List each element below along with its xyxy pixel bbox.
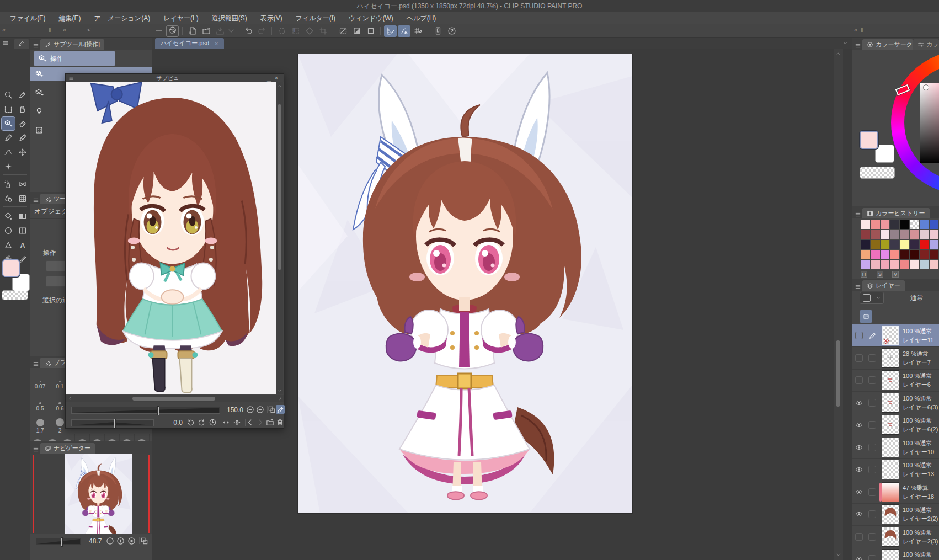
value-slider-label[interactable]: V	[892, 271, 899, 278]
history-swatch-37[interactable]	[910, 260, 920, 270]
layer-thumbnail[interactable]	[882, 370, 899, 390]
layer-thumbnail[interactable]	[882, 460, 899, 479]
history-swatch-14[interactable]	[920, 230, 930, 239]
subtool-group-operation[interactable]: 操作	[34, 51, 115, 66]
reselect-button[interactable]	[289, 25, 302, 37]
curve-tool[interactable]	[2, 146, 15, 159]
history-swatch-20[interactable]	[900, 239, 910, 249]
blend-tool[interactable]	[2, 192, 15, 205]
menu-item-3[interactable]: レイヤー(L)	[157, 13, 205, 24]
navigator-menu-icon[interactable]	[33, 446, 39, 453]
delete-image-icon[interactable]	[275, 418, 284, 426]
minimize-icon[interactable]: ▁	[267, 75, 275, 81]
history-swatch-3[interactable]	[890, 220, 900, 230]
history-swatch-13[interactable]	[910, 230, 920, 239]
foreground-color-swatch-2[interactable]	[860, 131, 878, 149]
history-swatch-27[interactable]	[890, 250, 900, 260]
color-history-menu-icon[interactable]	[855, 211, 861, 218]
color-wheel-area[interactable]	[852, 50, 939, 206]
open-file-button[interactable]	[200, 25, 212, 37]
history-swatch-2[interactable]	[881, 220, 890, 230]
scroll-down-icon[interactable]	[835, 552, 841, 558]
frame-tool[interactable]	[16, 224, 29, 237]
eraser-tool[interactable]	[16, 117, 29, 130]
subview-hscrollbar[interactable]	[66, 395, 284, 402]
brush-size-menu-icon[interactable]	[33, 361, 39, 367]
import-image-icon[interactable]	[265, 418, 274, 426]
collapse-left-icon[interactable]: «	[2, 26, 6, 33]
main-menu-button[interactable]	[152, 25, 165, 37]
layer-checkbox[interactable]	[866, 436, 879, 458]
tab-document[interactable]: ハイセイコー.psd ×	[155, 38, 224, 49]
menu-item-8[interactable]: ヘルプ(H)	[400, 13, 443, 24]
history-swatch-17[interactable]	[871, 239, 881, 249]
history-swatch-39[interactable]	[929, 260, 939, 270]
history-swatch-4[interactable]	[900, 220, 910, 230]
layer-panel-menu-icon[interactable]	[855, 284, 861, 290]
subview-zoom-out-icon[interactable]	[246, 405, 254, 414]
layer-checkbox[interactable]	[866, 414, 879, 436]
layer-palette-button[interactable]	[860, 310, 872, 323]
flip-horizontal-icon[interactable]	[221, 418, 230, 426]
subview-zoom-in-icon[interactable]	[255, 405, 264, 414]
layer-checkbox[interactable]	[866, 458, 879, 481]
history-swatch-35[interactable]	[890, 260, 900, 270]
layer-checkbox[interactable]	[866, 347, 879, 369]
history-swatch-28[interactable]	[900, 250, 910, 260]
ellip-tool[interactable]	[2, 224, 15, 237]
menu-item-4[interactable]: 選択範囲(S)	[205, 13, 254, 24]
layer-row-partial-10[interactable]: 100 %通常	[852, 548, 939, 560]
subview-title-bar[interactable]: サブビュー ▁ ×	[66, 74, 284, 82]
tab-color-slider[interactable]: カラ	[913, 39, 939, 50]
help-button[interactable]	[445, 25, 458, 37]
decoration-tool[interactable]	[16, 178, 29, 191]
fill-tool[interactable]	[2, 210, 15, 223]
navigator-zoom-slider[interactable]	[36, 538, 81, 545]
menu-item-5[interactable]: 表示(V)	[254, 13, 289, 24]
brush-size-0.07[interactable]: 0.07	[30, 368, 50, 390]
navigator-zoom-out-icon[interactable]	[105, 536, 114, 545]
layer-row-レイヤー7[interactable]: 28 %通常レイヤー7	[852, 347, 939, 370]
flip-vertical-icon[interactable]	[232, 418, 241, 426]
hand-tool[interactable]	[16, 103, 29, 116]
selection-tool[interactable]	[2, 103, 15, 116]
navigator-actual-size-icon[interactable]	[127, 536, 136, 545]
tab-layer[interactable]: レイヤー	[862, 280, 905, 291]
layer-checkbox[interactable]	[866, 548, 879, 560]
snap-to-special-ruler-button[interactable]	[398, 25, 410, 37]
brush-size-1.7[interactable]: 1.7	[30, 412, 50, 434]
layer-visible-eye-icon[interactable]	[852, 392, 866, 414]
history-swatch-34[interactable]	[881, 260, 890, 270]
layer-visible-eye-icon[interactable]	[852, 481, 866, 503]
deselect-button[interactable]	[275, 25, 288, 37]
layer-row-レイヤー11[interactable]: 100 %通常レイヤー11	[852, 324, 939, 347]
new-canvas-button[interactable]	[186, 25, 199, 37]
menu-item-6[interactable]: フィルター(I)	[289, 13, 342, 24]
layer-row-レイヤー2(2)[interactable]: 100 %通常レイヤー2(2)	[852, 503, 939, 526]
scroll-up-icon[interactable]	[835, 51, 841, 57]
layer-thumbnail[interactable]	[882, 438, 899, 457]
show-selection-border-button[interactable]	[337, 25, 349, 37]
subview-eyedropper-toggle-icon[interactable]	[276, 405, 285, 414]
zoom-tool[interactable]	[2, 88, 15, 102]
navigator-zoom-in-icon[interactable]	[116, 536, 125, 545]
history-swatch-16[interactable]	[861, 239, 871, 249]
raster-convert-button[interactable]	[350, 25, 363, 37]
menu-item-2[interactable]: アニメーション(A)	[87, 13, 157, 24]
history-swatch-9[interactable]	[871, 230, 881, 239]
canvas-vscroll-thumb[interactable]	[836, 340, 840, 407]
subview-menu-icon[interactable]	[68, 76, 74, 81]
move-tool[interactable]	[16, 146, 29, 159]
layer-checkbox[interactable]	[866, 503, 879, 525]
layer-visible-eye-icon[interactable]	[852, 436, 866, 458]
history-swatch-10[interactable]	[881, 230, 890, 239]
subview-fit-icon[interactable]	[267, 405, 276, 414]
reset-rotation-icon[interactable]	[208, 418, 217, 426]
layer-thumbnail[interactable]	[882, 504, 899, 524]
gradient-tool[interactable]	[16, 210, 29, 223]
crop-selection-button[interactable]	[317, 25, 329, 37]
layer-row-レイヤー6[interactable]: 100 %通常レイヤー6	[852, 369, 939, 392]
subview-rotate-slider[interactable]	[71, 419, 154, 426]
layer-visible-eye-icon[interactable]	[852, 548, 866, 560]
pen-tool[interactable]	[2, 131, 15, 145]
